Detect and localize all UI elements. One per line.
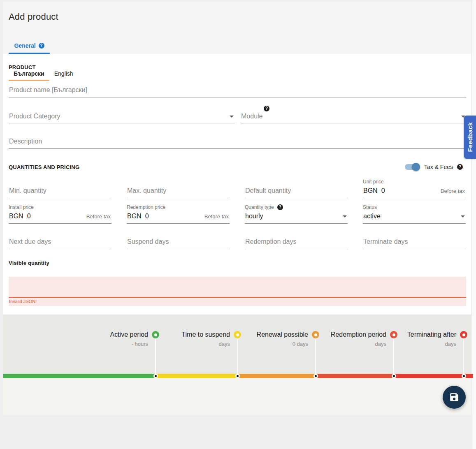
timeline-connector: [237, 339, 238, 374]
status-label: Status: [363, 204, 466, 210]
default-quantity-input[interactable]: [245, 187, 348, 198]
page-header: Add product General ?: [3, 2, 471, 54]
timeline-sub: 0 days: [293, 341, 308, 347]
quantity-type-label: Quantity type: [245, 204, 274, 210]
timeline-item-terminating-after: Terminating after days: [407, 331, 467, 347]
before-tax-note: Before tax: [441, 188, 465, 194]
timeline-item-renewal-possible: Renewal possible 0 days: [257, 331, 319, 347]
tax-fees-help-icon[interactable]: ?: [457, 164, 463, 170]
bar-segment-renewal: [237, 374, 316, 378]
unit-price-label: Unit price: [363, 179, 466, 185]
bar-boundary-dot: [313, 374, 318, 378]
next-due-days-input[interactable]: [9, 238, 111, 249]
field-default-quantity: [245, 173, 348, 198]
redemption-period-marker-icon: [390, 331, 397, 338]
description-input[interactable]: [9, 138, 466, 149]
install-price-input[interactable]: BGN 0 Before tax: [9, 213, 111, 224]
field-max-quantity: [127, 173, 230, 198]
max-quantity-input[interactable]: [127, 187, 230, 198]
min-quantity-input[interactable]: [9, 187, 111, 198]
product-section-heading: PRODUCT: [9, 54, 466, 70]
tab-general[interactable]: General ?: [9, 39, 50, 54]
lang-tab-bulgarian[interactable]: Български: [9, 70, 49, 81]
feedback-button[interactable]: Feedback: [464, 116, 476, 159]
bar-boundary-dot: [462, 374, 466, 378]
pricing-grid: Unit price BGN 0 Before tax Install pric…: [9, 173, 466, 249]
field-redemption-price: Redemption price BGN 0 Before tax: [127, 198, 230, 224]
lang-tab-english[interactable]: English: [49, 70, 78, 81]
quantity-type-value: hourly: [245, 213, 263, 220]
field-unit-price: Unit price BGN 0 Before tax: [363, 173, 466, 198]
currency-label: BGN: [9, 213, 23, 220]
module-help-icon[interactable]: ?: [264, 106, 269, 111]
timeline-connector: [393, 339, 394, 374]
quantity-type-help-icon[interactable]: ?: [277, 204, 283, 210]
form-card: PRODUCT Български English Product Catego…: [3, 54, 471, 315]
chevron-down-icon: [343, 215, 347, 218]
before-tax-note: Before tax: [204, 213, 229, 220]
product-name-input[interactable]: [9, 86, 466, 97]
product-category-placeholder: Product Category: [9, 113, 60, 120]
module-placeholder: Module: [241, 113, 262, 120]
install-price-value: 0: [27, 213, 31, 220]
active-period-marker-icon: [152, 331, 159, 338]
timeline-item-active-period: Active period - hours: [110, 331, 160, 347]
page-title: Add product: [3, 2, 471, 22]
lang-tab-bulgarian-label: Български: [14, 70, 44, 77]
quantity-type-select[interactable]: hourly: [245, 213, 348, 224]
bar-boundary-dot: [235, 374, 240, 378]
timeline-connector: [315, 339, 316, 374]
redemption-price-input[interactable]: BGN 0 Before tax: [127, 213, 230, 224]
timeline-sub: days: [445, 341, 456, 347]
timeline-label: Terminating after: [407, 331, 456, 338]
bar-boundary-dot: [153, 374, 158, 378]
visible-quantity-editor: Invalid JSON!: [9, 277, 466, 306]
timeline-connector: [155, 339, 156, 374]
pricing-section-heading: QUANTITIES AND PRICING: [9, 164, 79, 170]
terminating-after-marker-icon: [460, 331, 467, 338]
before-tax-note: Before tax: [86, 213, 111, 220]
bar-segment-suspend: [156, 374, 237, 378]
json-error-message: Invalid JSON!: [9, 298, 466, 306]
currency-label: BGN: [127, 213, 142, 220]
help-icon[interactable]: ?: [39, 43, 44, 49]
status-value: active: [363, 213, 381, 220]
unit-price-value: 0: [381, 187, 385, 194]
status-select[interactable]: active: [363, 213, 466, 224]
timeline-item-time-to-suspend: Time to suspend days: [181, 331, 241, 347]
suspend-days-input[interactable]: [127, 238, 230, 249]
timeline-label: Renewal possible: [257, 331, 308, 338]
scrollbar[interactable]: [471, 0, 476, 449]
timeline-label: Time to suspend: [181, 331, 230, 338]
tax-fees-toggle[interactable]: [405, 163, 420, 171]
bar-boundary-dot: [392, 374, 396, 378]
currency-label: BGN: [363, 187, 378, 194]
lang-tab-english-label: English: [54, 70, 73, 77]
redemption-days-input[interactable]: [245, 238, 348, 249]
timeline-connector: [463, 339, 464, 374]
timeline-sub: - hours: [132, 341, 148, 347]
timeline-sub: days: [219, 341, 230, 347]
timeline-label: Redemption period: [331, 331, 386, 338]
toggle-thumb: [412, 163, 420, 171]
save-button[interactable]: [443, 386, 466, 409]
field-min-quantity: [9, 173, 111, 198]
timeline-sub: days: [375, 341, 386, 347]
redemption-price-value: 0: [145, 213, 149, 220]
redemption-price-label: Redemption price: [127, 204, 230, 210]
bottom-bar: [3, 378, 471, 415]
module-select[interactable]: Module: [241, 113, 466, 123]
visible-quantity-textarea[interactable]: [9, 277, 466, 298]
unit-price-input[interactable]: BGN 0 Before tax: [363, 187, 466, 198]
chevron-down-icon: [461, 215, 465, 218]
chevron-down-icon: [230, 116, 234, 118]
tax-fees-label: Tax & Fees: [424, 164, 453, 170]
terminate-days-input[interactable]: [363, 238, 466, 249]
field-suspend-days: [127, 224, 230, 249]
field-quantity-type: Quantity type ? hourly: [245, 198, 348, 224]
product-category-select[interactable]: Product Category: [9, 113, 235, 123]
language-tabs: Български English: [9, 70, 466, 81]
field-next-due-days: [9, 224, 111, 249]
field-status: Status active: [363, 198, 466, 224]
timeline-item-redemption-period: Redemption period days: [331, 331, 397, 347]
